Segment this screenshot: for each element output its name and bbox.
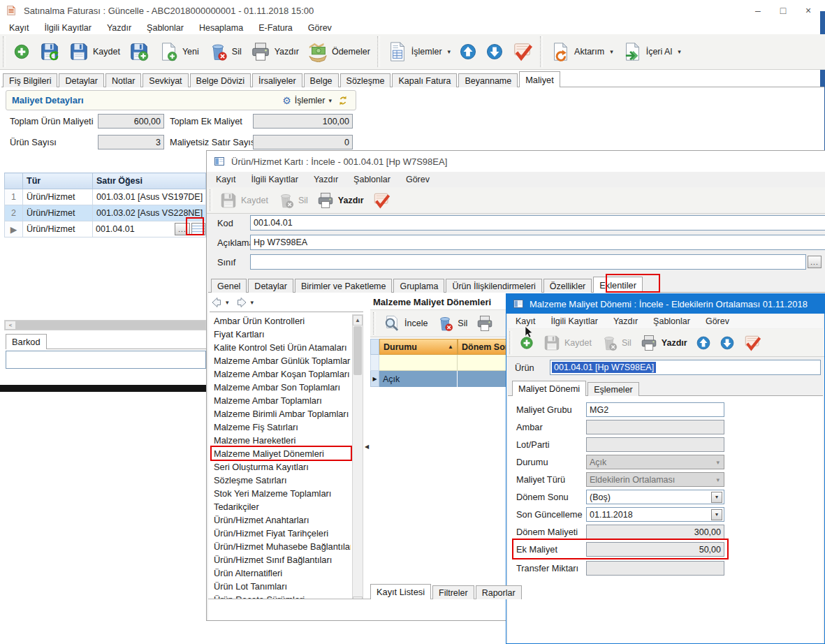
nav-up-button[interactable]	[692, 334, 715, 352]
tur-header[interactable]: Tür	[23, 173, 93, 189]
back-arrow-icon[interactable]	[211, 297, 222, 308]
chevron-down-icon[interactable]: ▾	[610, 48, 613, 55]
nav-down-button[interactable]	[481, 41, 508, 62]
refresh-icon[interactable]	[337, 95, 349, 106]
menu-ilgili-kayitlar[interactable]: İlgili Kayıtlar	[543, 315, 606, 328]
tab-detaylar[interactable]: Detaylar	[59, 73, 104, 87]
maximize-button[interactable]: □	[771, 1, 796, 20]
approve-button[interactable]	[508, 40, 537, 64]
sinif-lookup-button[interactable]: ...	[808, 256, 822, 268]
list-item[interactable]: Ürün Lot Tanımları	[211, 580, 351, 593]
delete-button-disabled[interactable]: Sil	[272, 190, 312, 211]
list-item[interactable]: Ürün/Hizmet Sınıf Bağlantıları	[211, 553, 351, 566]
minimize-button[interactable]: –	[745, 1, 771, 20]
satir-ogesi-input[interactable]: 001.04.01	[93, 224, 175, 234]
menu-yazdir[interactable]: Yazdır	[306, 173, 346, 186]
table-hscrollbar[interactable]: <	[4, 320, 206, 330]
menu-sablonlar[interactable]: Şablonlar	[346, 173, 398, 186]
operations-button[interactable]: İşlemler▾	[383, 40, 455, 64]
lookup-ellipsis-button[interactable]: ...	[175, 223, 190, 235]
satir-ogesi-cell[interactable]: 001.03.01 [Asus VS197DE]	[93, 189, 206, 205]
print-button[interactable]: Yazdır	[636, 332, 692, 353]
tab-birimler[interactable]: Birimler ve Paketleme	[295, 279, 393, 293]
new-button[interactable]: Yeni	[154, 40, 203, 64]
list-item[interactable]: Ambar Ürün Kontrolleri	[211, 314, 351, 328]
panel-islemler-button[interactable]: İşlemler	[295, 96, 326, 105]
list-item[interactable]: Ürün/Hizmet Fiyat Tarihçeleri	[211, 527, 351, 540]
scroll-thumb[interactable]	[16, 321, 205, 330]
sil-button[interactable]: Sil	[432, 313, 472, 334]
menu-kayit[interactable]: Kayıt	[1, 22, 37, 34]
tab-belge-dovizi[interactable]: Belge Dövizi	[190, 73, 251, 87]
tab-fis-bilgileri[interactable]: Fiş Bilgileri	[3, 73, 57, 87]
tab-eklentiler[interactable]: Eklentiler	[593, 277, 643, 293]
save-button[interactable]: Kaydet	[64, 40, 124, 64]
maliyet-grubu-input[interactable]: MG2	[586, 402, 724, 417]
list-item[interactable]: Stok Yeri Malzeme Toplamları	[211, 487, 351, 500]
tab-detaylar[interactable]: Detaylar	[248, 279, 293, 293]
menu-sablonlar[interactable]: Şablonlar	[139, 22, 191, 34]
menu-ilgili-kayitlar[interactable]: İlgili Kayıtlar	[244, 173, 306, 186]
list-vscrollbar[interactable]: ▲ ▼	[352, 314, 363, 608]
list-item[interactable]: Malzeme Ambar Son Toplamları	[211, 381, 351, 394]
satir-ogesi-edit-cell[interactable]: 001.04.01 ...	[93, 221, 206, 237]
aciklama-input[interactable]: Hp W7S98EA	[250, 235, 825, 250]
tab-maliyet-donemi[interactable]: Maliyet Dönemi	[512, 381, 586, 396]
import-button[interactable]: İçeri Al▾	[618, 40, 685, 64]
donem-sonu-dropdown[interactable]: (Boş)▾	[586, 490, 724, 504]
chevron-down-icon[interactable]: ▾	[251, 299, 254, 306]
sinif-input[interactable]	[250, 254, 806, 270]
approve-button[interactable]	[739, 332, 766, 353]
list-item[interactable]: Ürün/Hizmet Muhasebe Bağlantıları	[211, 540, 351, 553]
scroll-thumb[interactable]	[353, 326, 362, 375]
payments-button[interactable]: Ödemeler	[303, 40, 374, 64]
list-item[interactable]: Malzeme Ambar Koşan Toplamları	[211, 367, 351, 381]
tab-gruplama[interactable]: Gruplama	[393, 279, 444, 293]
tab-genel[interactable]: Genel	[211, 279, 247, 293]
tab-sevkiyat[interactable]: Sevkiyat	[143, 73, 188, 87]
chevron-down-icon[interactable]: ▾	[711, 509, 722, 520]
splitter-collapse-handle[interactable]: ◀	[365, 437, 370, 455]
print-button[interactable]: Yazdır	[312, 190, 368, 211]
menu-yazdir[interactable]: Yazdır	[99, 22, 139, 34]
tab-sozlesme[interactable]: Sözleşme	[340, 73, 391, 87]
nav-down-button[interactable]	[715, 334, 739, 352]
nav-up-button[interactable]	[455, 41, 481, 62]
list-item[interactable]: Malzeme Fiş Satırları	[211, 420, 351, 434]
barkod-input[interactable]	[6, 351, 206, 369]
table-row[interactable]: 1 Ürün/Hizmet 001.03.01 [Asus VS197DE]	[5, 189, 206, 205]
list-item-malzeme-maliyet-donemleri[interactable]: Malzeme Maliyet Dönemleri	[211, 447, 351, 460]
tab-eslemeler[interactable]: Eşlemeler	[587, 382, 639, 396]
tab-kapali-fatura[interactable]: Kapalı Fatura	[392, 73, 457, 87]
satir-ogesi-header[interactable]: Satır Öğesi	[93, 173, 206, 189]
chevron-down-icon[interactable]: ▾	[328, 97, 332, 104]
save-and-refresh-button[interactable]	[35, 40, 64, 64]
delete-button[interactable]: Sil	[203, 40, 246, 64]
tur-cell[interactable]: Ürün/Hizmet	[23, 221, 93, 237]
save-button-disabled[interactable]: Kaydet	[539, 332, 596, 353]
menu-kayit[interactable]: Kayıt	[208, 173, 244, 186]
table-row-current[interactable]: ▶ Ürün/Hizmet 001.04.01 ...	[5, 221, 206, 237]
tab-ozellikler[interactable]: Özellikler	[543, 279, 592, 293]
tab-notlar[interactable]: Notlar	[105, 73, 141, 87]
menu-e-fatura[interactable]: E-Fatura	[251, 22, 300, 34]
table-row[interactable]: 2 Ürün/Hizmet 001.03.02 [Asus VS228NE]	[5, 205, 206, 221]
delete-button-disabled[interactable]: Sil	[596, 332, 636, 353]
durumu-header[interactable]: Durumu▲	[379, 339, 458, 355]
satir-ogesi-cell[interactable]: 001.03.02 [Asus VS228NE]	[93, 205, 206, 221]
tab-kayit-listesi[interactable]: Kayıt Listesi	[370, 584, 431, 599]
menu-sablonlar[interactable]: Şablonlar	[645, 315, 698, 328]
menu-gorev[interactable]: Görev	[398, 173, 437, 186]
durumu-cell[interactable]: Açık	[379, 371, 458, 387]
menu-yazdir[interactable]: Yazdır	[606, 315, 645, 328]
tab-barkod[interactable]: Barkod	[6, 334, 47, 349]
menu-gorev[interactable]: Görev	[300, 22, 340, 34]
tab-belge[interactable]: Belge	[304, 73, 339, 87]
son-guncelleme-dropdown[interactable]: 01.11.2018▾	[586, 507, 724, 522]
list-item[interactable]: Malzeme Ambar Toplamları	[211, 394, 351, 407]
tab-urun-iliskilendirmeleri[interactable]: Ürün İlişkilendirmeleri	[446, 279, 541, 293]
list-item[interactable]: Seri Oluşturma Kayıtları	[211, 460, 351, 474]
close-button[interactable]: ×	[796, 1, 821, 20]
list-item[interactable]: Malzeme Birimli Ambar Toplamları	[211, 407, 351, 420]
tab-beyanname[interactable]: Beyanname	[458, 73, 518, 87]
